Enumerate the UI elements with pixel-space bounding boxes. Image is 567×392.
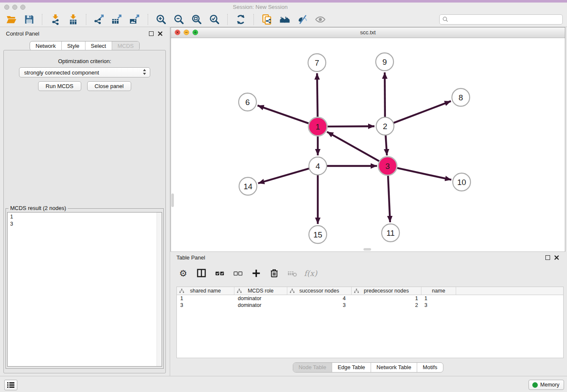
add-column-icon[interactable] — [250, 267, 262, 279]
zoom-out-icon[interactable] — [171, 13, 187, 26]
criterion-select[interactable]: strongly connected component — [19, 67, 150, 77]
import-table-icon[interactable] — [66, 13, 81, 26]
search-input[interactable] — [450, 15, 562, 24]
network-minimize-icon[interactable] — [184, 30, 189, 35]
table-panel: Table Panel ⚙f(x) shared nameMCDS rolesu… — [171, 251, 565, 376]
table-panel-close-icon[interactable] — [554, 254, 559, 260]
network-canvas[interactable]: 7968124314101511 — [171, 38, 565, 251]
table-panel-float-icon[interactable] — [545, 255, 550, 260]
cell-shared-name[interactable]: 3 — [177, 302, 234, 309]
memory-button[interactable]: Memory — [528, 380, 564, 390]
edge-3-11[interactable] — [388, 174, 390, 222]
canvas-hscroll-handle[interactable] — [363, 248, 371, 251]
tab-edge-table[interactable]: Edge Table — [332, 363, 371, 372]
edge-2-9[interactable] — [385, 72, 385, 118]
list-icon — [7, 382, 14, 388]
tab-motifs[interactable]: Motifs — [417, 363, 443, 372]
control-panel-title: Control Panel — [6, 30, 39, 37]
tab-network-table[interactable]: Network Table — [371, 363, 417, 372]
run-mcds-button[interactable]: Run MCDS — [38, 81, 81, 91]
cell-predecessor-nodes[interactable]: 2 — [352, 302, 421, 309]
mcds-result-box[interactable]: 1 3 — [7, 212, 162, 367]
cell-MCDS-role[interactable]: dominator — [234, 295, 287, 302]
tab-style[interactable]: Style — [61, 41, 85, 50]
edge-3-10[interactable] — [396, 168, 451, 180]
control-panel-close-icon[interactable] — [157, 30, 163, 36]
tree-icon — [237, 289, 242, 293]
column-header-MCDS-role[interactable]: MCDS role — [234, 287, 287, 295]
delete-rows-icon[interactable] — [268, 267, 280, 279]
memory-label: Memory — [540, 382, 559, 388]
edge-3-1[interactable] — [327, 132, 380, 162]
cell-shared-name[interactable]: 1 — [177, 295, 234, 302]
select-all-icon[interactable] — [214, 267, 226, 279]
column-header-shared-name[interactable]: shared name — [177, 287, 234, 295]
export-table-icon[interactable] — [110, 13, 125, 26]
network-close-icon[interactable] — [175, 30, 180, 35]
node-label: 14 — [243, 182, 253, 191]
import-network-icon[interactable] — [48, 13, 63, 26]
tree-icon — [354, 289, 359, 293]
window-title: Session: New Session — [0, 3, 544, 12]
panel-list-button[interactable] — [4, 380, 17, 390]
search-box — [439, 14, 563, 25]
node-label: 15 — [313, 230, 322, 239]
cell-name[interactable]: 3 — [421, 302, 456, 309]
zoom-fit-icon[interactable] — [189, 13, 204, 26]
cell-successor-nodes[interactable]: 3 — [287, 302, 352, 309]
node-label: 8 — [459, 93, 463, 102]
column-header-predecessor-nodes[interactable]: predecessor nodes — [352, 287, 421, 295]
toolbar-separator — [42, 14, 43, 25]
criterion-value: strongly connected component — [24, 69, 99, 76]
edge-1-7[interactable] — [317, 73, 317, 118]
clone-network-icon[interactable] — [259, 13, 275, 26]
export-network-icon[interactable] — [92, 13, 107, 26]
control-panel-float-icon[interactable] — [149, 31, 154, 36]
control-panel: Control Panel NetworkStyleSelectMCDS Opt… — [0, 27, 169, 376]
tab-node-table[interactable]: Node Table — [293, 363, 332, 372]
toolbar-separator — [148, 14, 149, 25]
cell-MCDS-role[interactable]: dominator — [234, 302, 287, 309]
edge-1-6[interactable] — [258, 105, 310, 124]
edge-2-8[interactable] — [393, 101, 451, 123]
hide-panel-icon[interactable] — [295, 13, 310, 26]
table-row[interactable]: 3dominator323 — [177, 302, 563, 309]
tab-mcds[interactable]: MCDS — [112, 41, 139, 50]
home-icon[interactable] — [277, 13, 292, 26]
memory-status-icon — [532, 382, 538, 388]
function-builder-icon[interactable]: f(x) — [305, 267, 317, 279]
titlebar: Session: New Session — [0, 3, 567, 12]
edge-2-3[interactable] — [385, 135, 387, 155]
table-row[interactable]: 1dominator411 — [177, 295, 563, 302]
show-eye-icon[interactable] — [313, 13, 328, 26]
save-session-icon[interactable] — [22, 13, 37, 26]
column-header-successor-nodes[interactable]: successor nodes — [287, 287, 352, 295]
column-header-name[interactable]: name — [421, 287, 456, 295]
deselect-all-icon[interactable] — [232, 267, 244, 279]
network-maximize-icon[interactable] — [193, 30, 198, 35]
cell-successor-nodes[interactable]: 4 — [287, 295, 352, 302]
refresh-icon[interactable] — [233, 13, 248, 26]
tab-network[interactable]: Network — [30, 41, 61, 50]
edge-1-2[interactable] — [326, 126, 374, 127]
delete-table-icon[interactable] — [286, 267, 298, 279]
export-image-icon[interactable] — [127, 13, 143, 26]
toolbar-separator — [86, 14, 87, 25]
cell-name[interactable]: 1 — [421, 295, 456, 302]
mcds-panel: Optimization criterion: strongly connect… — [3, 50, 166, 373]
network-graph[interactable]: 7968124314101511 — [171, 38, 565, 251]
tab-select[interactable]: Select — [85, 41, 112, 50]
canvas-vscroll-handle[interactable] — [171, 193, 174, 207]
network-window-controls — [175, 30, 198, 35]
edge-4-14[interactable] — [258, 168, 310, 183]
zoom-selected-icon[interactable] — [207, 13, 222, 26]
network-window-title: scc.txt — [171, 28, 565, 37]
zoom-in-icon[interactable] — [154, 13, 169, 26]
split-view-icon[interactable] — [195, 267, 207, 279]
optimization-criterion-label: Optimization criterion: — [4, 58, 165, 64]
result-scrollbar[interactable] — [157, 213, 162, 366]
open-session-icon[interactable] — [4, 13, 19, 26]
cell-predecessor-nodes[interactable]: 1 — [352, 295, 421, 302]
close-panel-button[interactable]: Close panel — [87, 81, 132, 91]
table-settings-icon[interactable]: ⚙ — [177, 267, 189, 279]
